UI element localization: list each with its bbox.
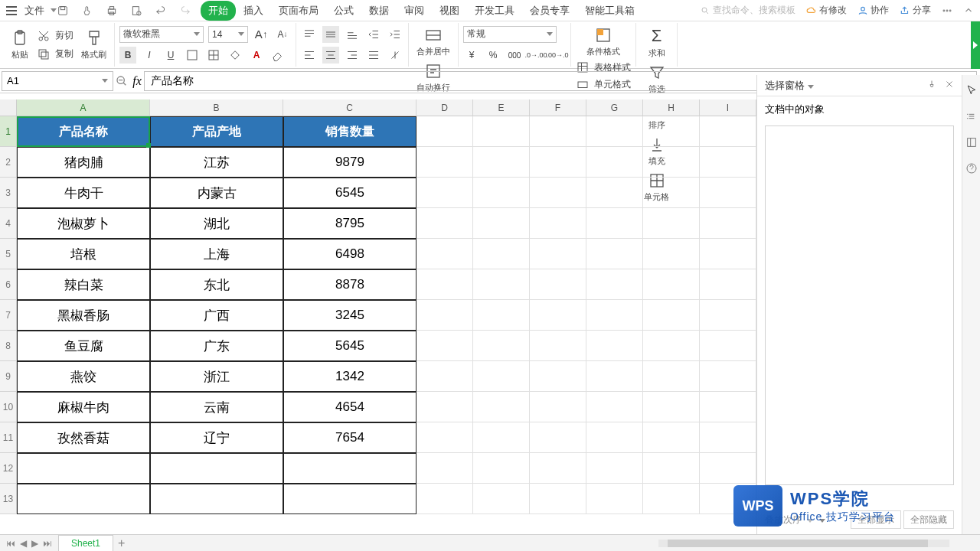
row-header-5[interactable]: 5 [0,239,17,269]
app-menu[interactable]: 文件 [6,4,57,18]
cell-H9[interactable] [643,361,700,392]
cell-B3[interactable]: 内蒙古 [150,178,283,208]
cell-E1[interactable] [473,116,530,147]
cell-G1[interactable] [586,116,643,147]
copy-button[interactable]: 复制 [37,47,74,61]
font-size-select[interactable]: 14 [208,26,248,43]
cell-F12[interactable] [530,453,586,484]
cell-D12[interactable] [416,453,473,484]
cell-B13[interactable] [150,484,283,514]
cell-G2[interactable] [586,147,643,178]
first-sheet-button[interactable]: ⏮ [6,538,15,549]
cell-E8[interactable] [473,331,530,361]
cell-B5[interactable]: 上海 [150,239,283,269]
format-brush-button[interactable]: 格式刷 [78,28,109,62]
cell-A1[interactable]: 产品名称 [17,116,150,147]
cell-C12[interactable] [283,453,416,484]
tab-data[interactable]: 数据 [361,1,397,21]
help-icon[interactable] [965,162,978,174]
cell-B10[interactable]: 云南 [150,392,283,422]
col-header-C[interactable]: C [283,99,416,116]
cell-A8[interactable]: 鱼豆腐 [17,331,150,361]
cell-G6[interactable] [586,269,643,300]
cell-F1[interactable] [530,116,586,147]
cell-I9[interactable] [700,361,756,392]
cell-E10[interactable] [473,392,530,422]
selection-pane-list[interactable] [765,126,954,485]
currency-button[interactable]: ¥ [463,47,480,64]
row-header-8[interactable]: 8 [0,331,17,361]
cell-D5[interactable] [416,239,473,269]
align-left-button[interactable] [301,47,318,64]
tab-aitools[interactable]: 智能工具箱 [577,1,642,21]
cursor-icon[interactable] [965,84,978,96]
cell-F5[interactable] [530,239,586,269]
more-icon[interactable] [942,5,952,16]
row-header-3[interactable]: 3 [0,178,17,208]
collab-button[interactable]: 协作 [858,4,889,17]
layout-icon[interactable] [965,136,978,148]
cell-G12[interactable] [586,453,643,484]
tab-formula[interactable]: 公式 [326,1,361,21]
align-top-button[interactable] [301,26,318,43]
cell-D9[interactable] [416,361,473,392]
pin-icon[interactable] [927,80,936,89]
align-justify-button[interactable] [365,47,382,64]
cell-H13[interactable] [643,484,700,514]
cell-C11[interactable]: 7654 [283,422,416,453]
cell-G7[interactable] [586,300,643,331]
row-header-1[interactable]: 1 [0,116,17,147]
cell-D11[interactable] [416,422,473,453]
cell-E6[interactable] [473,269,530,300]
cell-B7[interactable]: 广西 [150,300,283,331]
cell-F7[interactable] [530,300,586,331]
hscrollbar[interactable] [658,540,949,547]
cell-G13[interactable] [586,484,643,514]
italic-button[interactable]: I [141,47,158,64]
col-header-F[interactable]: F [530,99,586,116]
row-header-4[interactable]: 4 [0,208,17,239]
row-header-9[interactable]: 9 [0,361,17,392]
cell-E9[interactable] [473,361,530,392]
cell-H4[interactable] [643,208,700,239]
row-header-2[interactable]: 2 [0,147,17,178]
fx-icon[interactable]: fx [132,74,142,88]
cell-D2[interactable] [416,147,473,178]
comma-button[interactable]: 000 [506,47,523,64]
border-button[interactable] [184,47,201,64]
cell-C5[interactable]: 6498 [283,239,416,269]
cell-I5[interactable] [700,239,756,269]
cell-B2[interactable]: 江苏 [150,147,283,178]
cell-A6[interactable]: 辣白菜 [17,269,150,300]
decdec-button[interactable]: .00→.0 [549,47,566,64]
cell-I6[interactable] [700,269,756,300]
cell-H3[interactable] [643,178,700,208]
sync-status[interactable]: 有修改 [806,4,847,17]
merge-button[interactable]: 合并居中 [413,24,453,59]
cell-E11[interactable] [473,422,530,453]
print-icon[interactable] [106,5,118,17]
col-header-G[interactable]: G [586,99,643,116]
cell-H6[interactable] [643,269,700,300]
cell-F9[interactable] [530,361,586,392]
fill-color-button[interactable] [227,47,243,64]
chevron-down-icon[interactable] [808,85,814,89]
cell-B12[interactable] [150,453,283,484]
cell-F11[interactable] [530,422,586,453]
cell-H12[interactable] [643,453,700,484]
cell-C6[interactable]: 8878 [283,269,416,300]
col-header-A[interactable]: A [17,99,150,116]
cell-C4[interactable]: 8795 [283,208,416,239]
tab-view[interactable]: 视图 [432,1,467,21]
cell-C13[interactable] [283,484,416,514]
increase-indent-button[interactable] [387,26,403,43]
col-header-B[interactable]: B [150,99,283,116]
select-all-corner[interactable] [0,99,17,116]
prev-sheet-button[interactable]: ◀ [20,538,27,549]
cell-D10[interactable] [416,392,473,422]
next-sheet-button[interactable]: ▶ [31,538,38,549]
cell-I2[interactable] [700,147,756,178]
cell-D3[interactable] [416,178,473,208]
tab-member[interactable]: 会员专享 [522,1,577,21]
name-box[interactable]: A1 [2,71,113,91]
